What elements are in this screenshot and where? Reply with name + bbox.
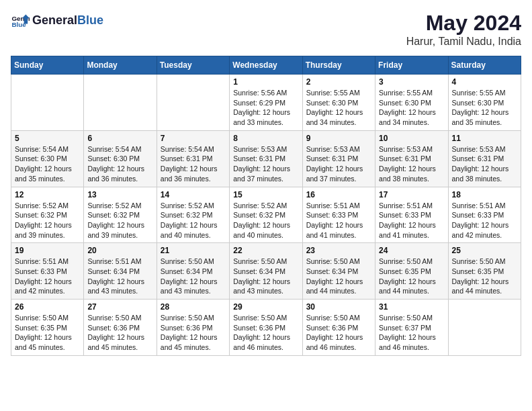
day-info: Sunrise: 5:55 AMSunset: 6:30 PMDaylight:… [452, 88, 517, 128]
day-number: 8 [233, 134, 298, 143]
day-info: Sunrise: 5:53 AMSunset: 6:31 PMDaylight:… [452, 144, 517, 184]
calendar-cell: 19Sunrise: 5:51 AMSunset: 6:33 PMDayligh… [11, 243, 84, 300]
weekday-header-saturday: Saturday [448, 56, 521, 75]
calendar-cell: 15Sunrise: 5:52 AMSunset: 6:32 PMDayligh… [230, 187, 302, 243]
calendar-cell: 8Sunrise: 5:53 AMSunset: 6:31 PMDaylight… [230, 130, 302, 187]
calendar-cell: 30Sunrise: 5:50 AMSunset: 6:36 PMDayligh… [302, 300, 375, 356]
weekday-header-wednesday: Wednesday [230, 56, 302, 75]
day-info: Sunrise: 5:50 AMSunset: 6:35 PMDaylight:… [15, 313, 80, 353]
day-info: Sunrise: 5:50 AMSunset: 6:36 PMDaylight:… [233, 313, 298, 353]
day-info: Sunrise: 5:50 AMSunset: 6:34 PMDaylight:… [233, 257, 298, 296]
day-info: Sunrise: 5:50 AMSunset: 6:37 PMDaylight:… [379, 313, 444, 353]
weekday-header-friday: Friday [375, 56, 448, 75]
day-info: Sunrise: 5:51 AMSunset: 6:33 PMDaylight:… [379, 201, 444, 240]
calendar-cell: 14Sunrise: 5:52 AMSunset: 6:32 PMDayligh… [157, 187, 229, 243]
day-number: 29 [233, 302, 298, 312]
calendar-cell [11, 75, 84, 131]
day-number: 24 [379, 246, 444, 255]
day-info: Sunrise: 5:53 AMSunset: 6:31 PMDaylight:… [306, 144, 371, 184]
day-info: Sunrise: 5:51 AMSunset: 6:33 PMDaylight:… [15, 257, 80, 296]
day-number: 6 [87, 134, 152, 143]
calendar-cell: 13Sunrise: 5:52 AMSunset: 6:32 PMDayligh… [84, 187, 157, 243]
calendar-cell: 20Sunrise: 5:51 AMSunset: 6:34 PMDayligh… [84, 243, 157, 300]
day-info: Sunrise: 5:52 AMSunset: 6:32 PMDaylight:… [87, 201, 152, 240]
calendar-cell: 31Sunrise: 5:50 AMSunset: 6:37 PMDayligh… [375, 300, 448, 356]
logo-text: GeneralBlue [32, 13, 103, 28]
calendar-cell: 6Sunrise: 5:54 AMSunset: 6:30 PMDaylight… [84, 130, 157, 187]
calendar-cell: 9Sunrise: 5:53 AMSunset: 6:31 PMDaylight… [302, 130, 375, 187]
calendar-cell: 12Sunrise: 5:52 AMSunset: 6:32 PMDayligh… [11, 187, 84, 243]
day-info: Sunrise: 5:52 AMSunset: 6:32 PMDaylight:… [233, 201, 298, 240]
day-info: Sunrise: 5:52 AMSunset: 6:32 PMDaylight:… [15, 201, 80, 240]
day-number: 23 [306, 246, 371, 255]
day-info: Sunrise: 5:51 AMSunset: 6:33 PMDaylight:… [452, 201, 517, 240]
calendar-cell: 17Sunrise: 5:51 AMSunset: 6:33 PMDayligh… [375, 187, 448, 243]
day-number: 4 [452, 77, 517, 87]
day-number: 16 [306, 190, 371, 199]
calendar-cell: 26Sunrise: 5:50 AMSunset: 6:35 PMDayligh… [11, 300, 84, 356]
calendar-cell: 21Sunrise: 5:50 AMSunset: 6:34 PMDayligh… [157, 243, 229, 300]
logo: General Blue GeneralBlue [11, 11, 103, 30]
calendar-cell: 4Sunrise: 5:55 AMSunset: 6:30 PMDaylight… [448, 75, 521, 131]
day-number: 15 [233, 190, 298, 199]
day-info: Sunrise: 5:54 AMSunset: 6:30 PMDaylight:… [15, 144, 80, 184]
day-info: Sunrise: 5:51 AMSunset: 6:33 PMDaylight:… [306, 201, 371, 240]
day-info: Sunrise: 5:52 AMSunset: 6:32 PMDaylight:… [161, 201, 226, 240]
day-number: 11 [452, 134, 517, 143]
day-number: 21 [161, 246, 226, 255]
day-number: 22 [233, 246, 298, 255]
weekday-header-sunday: Sunday [11, 56, 84, 75]
calendar-cell: 28Sunrise: 5:50 AMSunset: 6:36 PMDayligh… [157, 300, 229, 356]
day-info: Sunrise: 5:56 AMSunset: 6:29 PMDaylight:… [233, 88, 298, 128]
day-number: 13 [87, 190, 152, 199]
page-header: General Blue GeneralBlue May 2024 Harur,… [11, 11, 521, 48]
day-number: 25 [452, 246, 517, 255]
day-number: 19 [15, 246, 80, 255]
day-number: 3 [379, 77, 444, 87]
day-number: 31 [379, 302, 444, 312]
day-info: Sunrise: 5:50 AMSunset: 6:36 PMDaylight:… [87, 313, 152, 353]
calendar-cell: 24Sunrise: 5:50 AMSunset: 6:35 PMDayligh… [375, 243, 448, 300]
day-number: 5 [15, 134, 80, 143]
week-row-3: 12Sunrise: 5:52 AMSunset: 6:32 PMDayligh… [11, 187, 521, 243]
week-row-1: 1Sunrise: 5:56 AMSunset: 6:29 PMDaylight… [11, 75, 521, 131]
weekday-header-row: SundayMondayTuesdayWednesdayThursdayFrid… [11, 56, 521, 75]
calendar-cell: 11Sunrise: 5:53 AMSunset: 6:31 PMDayligh… [448, 130, 521, 187]
day-number: 26 [15, 302, 80, 312]
day-info: Sunrise: 5:54 AMSunset: 6:31 PMDaylight:… [161, 144, 226, 184]
day-info: Sunrise: 5:54 AMSunset: 6:30 PMDaylight:… [87, 144, 152, 184]
day-info: Sunrise: 5:50 AMSunset: 6:36 PMDaylight:… [161, 313, 226, 353]
title-block: May 2024 Harur, Tamil Nadu, India [406, 11, 521, 48]
week-row-5: 26Sunrise: 5:50 AMSunset: 6:35 PMDayligh… [11, 300, 521, 356]
location-title: Harur, Tamil Nadu, India [406, 36, 521, 48]
calendar-cell: 1Sunrise: 5:56 AMSunset: 6:29 PMDaylight… [230, 75, 302, 131]
day-info: Sunrise: 5:53 AMSunset: 6:31 PMDaylight:… [233, 144, 298, 184]
calendar-cell: 18Sunrise: 5:51 AMSunset: 6:33 PMDayligh… [448, 187, 521, 243]
weekday-header-tuesday: Tuesday [157, 56, 229, 75]
day-number: 14 [161, 190, 226, 199]
day-number: 28 [161, 302, 226, 312]
day-number: 18 [452, 190, 517, 199]
calendar-cell: 25Sunrise: 5:50 AMSunset: 6:35 PMDayligh… [448, 243, 521, 300]
day-info: Sunrise: 5:51 AMSunset: 6:34 PMDaylight:… [87, 257, 152, 296]
weekday-header-monday: Monday [84, 56, 157, 75]
calendar-cell: 5Sunrise: 5:54 AMSunset: 6:30 PMDaylight… [11, 130, 84, 187]
week-row-2: 5Sunrise: 5:54 AMSunset: 6:30 PMDaylight… [11, 130, 521, 187]
day-info: Sunrise: 5:55 AMSunset: 6:30 PMDaylight:… [379, 88, 444, 128]
calendar-cell [84, 75, 157, 131]
calendar-cell: 22Sunrise: 5:50 AMSunset: 6:34 PMDayligh… [230, 243, 302, 300]
logo-icon: General Blue [11, 11, 30, 30]
calendar-table: SundayMondayTuesdayWednesdayThursdayFrid… [11, 56, 521, 356]
day-number: 9 [306, 134, 371, 143]
day-number: 20 [87, 246, 152, 255]
day-number: 30 [306, 302, 371, 312]
calendar-cell [157, 75, 229, 131]
calendar-cell: 23Sunrise: 5:50 AMSunset: 6:34 PMDayligh… [302, 243, 375, 300]
logo-general: General [32, 13, 77, 27]
day-info: Sunrise: 5:50 AMSunset: 6:34 PMDaylight:… [306, 257, 371, 296]
day-number: 7 [161, 134, 226, 143]
day-info: Sunrise: 5:50 AMSunset: 6:35 PMDaylight:… [379, 257, 444, 296]
calendar-cell [448, 300, 521, 356]
calendar-cell: 7Sunrise: 5:54 AMSunset: 6:31 PMDaylight… [157, 130, 229, 187]
calendar-cell: 29Sunrise: 5:50 AMSunset: 6:36 PMDayligh… [230, 300, 302, 356]
